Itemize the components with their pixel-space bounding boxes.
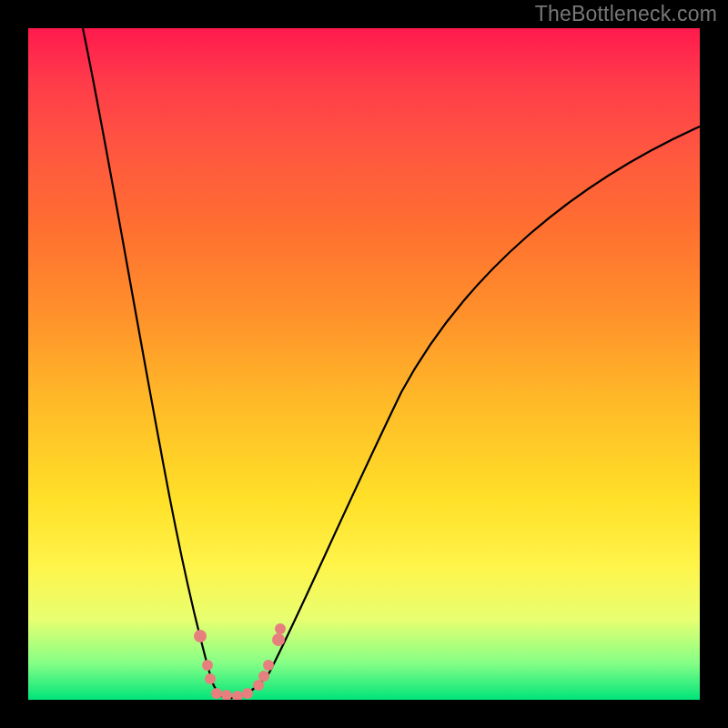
data-point bbox=[242, 688, 253, 699]
watermark-text: TheBottleneck.com bbox=[535, 2, 717, 26]
left-curve bbox=[83, 28, 227, 698]
data-point bbox=[275, 623, 286, 634]
data-point bbox=[232, 691, 243, 700]
data-point bbox=[272, 633, 285, 646]
data-point bbox=[258, 671, 269, 682]
right-curve bbox=[227, 126, 700, 698]
data-point bbox=[205, 673, 216, 684]
data-point bbox=[253, 680, 264, 691]
data-point bbox=[263, 660, 274, 671]
data-point bbox=[194, 630, 207, 642]
plot-area bbox=[28, 28, 700, 700]
chart-svg bbox=[28, 28, 700, 700]
data-point bbox=[211, 688, 222, 699]
data-point bbox=[202, 660, 213, 671]
data-point bbox=[221, 690, 232, 700]
data-points bbox=[194, 623, 286, 700]
